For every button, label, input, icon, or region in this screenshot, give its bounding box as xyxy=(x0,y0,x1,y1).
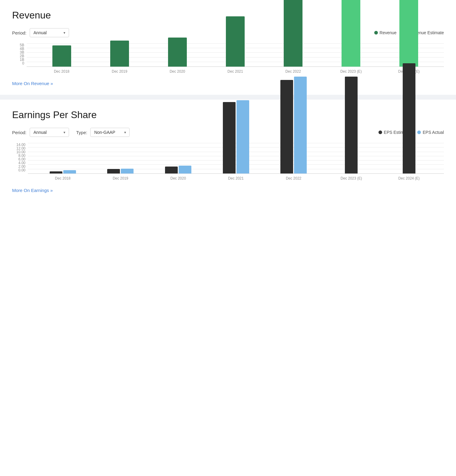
earnings-type-select[interactable]: Non-GAAP GAAP xyxy=(90,128,130,137)
earnings-bar-group xyxy=(92,169,150,174)
earnings-bar-group xyxy=(207,100,265,174)
earnings-actual-bar xyxy=(179,166,191,174)
earnings-estimate-bar xyxy=(280,80,293,174)
revenue-bar-group xyxy=(380,0,438,67)
revenue-x-label: Dec 2018 xyxy=(33,69,91,74)
revenue-bar xyxy=(110,41,129,67)
revenue-bar-group xyxy=(322,0,380,67)
revenue-x-label: Dec 2021 xyxy=(206,69,264,74)
earnings-estimate-bar xyxy=(107,169,120,174)
earnings-type-select-wrapper[interactable]: Non-GAAP GAAP ▼ xyxy=(90,128,130,137)
earnings-chart-body: Dec 2018Dec 2019Dec 2020Dec 2021Dec 2022… xyxy=(28,143,444,180)
revenue-chart-inner: 01B2B3B4B5B Dec 2018Dec 2019Dec 2020Dec … xyxy=(12,43,444,74)
earnings-x-labels: Dec 2018Dec 2019Dec 2020Dec 2021Dec 2022… xyxy=(28,174,444,180)
earnings-bar-group xyxy=(265,77,322,174)
earnings-actual-bar xyxy=(63,170,76,174)
earnings-x-label: Dec 2019 xyxy=(92,176,150,180)
revenue-bar xyxy=(168,38,187,67)
revenue-x-label: Dec 2020 xyxy=(148,69,206,74)
revenue-bar-group xyxy=(264,0,322,67)
earnings-section: Earnings Per Share Period: Annual Quarte… xyxy=(0,100,456,202)
earnings-chart: 14.0012.0010.008.006.004.002.000.00 Dec … xyxy=(12,143,444,180)
earnings-estimate-bar xyxy=(223,102,236,174)
earnings-actual-bar xyxy=(236,100,249,174)
earnings-period-select[interactable]: Annual Quarterly xyxy=(30,128,69,137)
revenue-bar xyxy=(226,16,245,67)
earnings-actual-bar xyxy=(294,77,307,174)
earnings-x-label: Dec 2022 xyxy=(265,176,322,180)
revenue-bar xyxy=(284,0,302,67)
revenue-more-link[interactable]: More On Revenue » xyxy=(12,81,53,86)
revenue-bar-group xyxy=(206,16,264,67)
earnings-y-axis: 14.0012.0010.008.006.004.002.000.00 xyxy=(12,143,28,180)
revenue-chart: 01B2B3B4B5B Dec 2018Dec 2019Dec 2020Dec … xyxy=(12,43,444,74)
earnings-x-label: Dec 2018 xyxy=(34,176,92,180)
earnings-more-link[interactable]: More On Earnings » xyxy=(12,188,53,193)
revenue-x-label: Dec 2022 xyxy=(264,69,322,74)
revenue-period-select[interactable]: Annual Quarterly xyxy=(30,28,69,37)
earnings-x-label: Dec 2021 xyxy=(207,176,265,180)
revenue-x-label: Dec 2019 xyxy=(91,69,148,74)
revenue-bar xyxy=(399,0,418,67)
revenue-x-label: Dec 2023 (E) xyxy=(322,69,380,74)
earnings-x-label: Dec 2023 (E) xyxy=(322,176,380,180)
earnings-estimate-bar xyxy=(345,77,358,174)
revenue-bar-group xyxy=(148,38,206,67)
earnings-estimate-bar xyxy=(165,167,178,174)
earnings-chart-inner: 14.0012.0010.008.006.004.002.000.00 Dec … xyxy=(12,143,444,180)
earnings-x-label: Dec 2020 xyxy=(149,176,207,180)
earnings-period-label: Period: xyxy=(12,130,27,135)
earnings-y-label: 0.00 xyxy=(18,168,25,172)
earnings-actual-bar xyxy=(121,169,134,174)
revenue-period-label: Period: xyxy=(12,30,27,35)
earnings-estimate-bar xyxy=(50,171,62,174)
earnings-bar-group xyxy=(380,63,438,174)
earnings-type-label: Type: xyxy=(76,130,88,135)
revenue-y-label: 0 xyxy=(22,61,24,65)
earnings-x-label: Dec 2024 (E) xyxy=(380,176,438,180)
earnings-bar-group xyxy=(322,77,380,174)
earnings-bar-group xyxy=(34,170,92,174)
revenue-period-select-wrapper[interactable]: Annual Quarterly ▼ xyxy=(30,28,69,37)
revenue-bar xyxy=(342,0,360,67)
revenue-bar xyxy=(52,45,71,67)
earnings-bar-group xyxy=(149,166,207,174)
earnings-bars-row xyxy=(28,143,444,174)
earnings-estimate-bar xyxy=(403,63,415,174)
revenue-bar-group xyxy=(91,41,148,67)
revenue-y-axis: 01B2B3B4B5B xyxy=(12,43,27,74)
earnings-bars-area xyxy=(28,143,444,174)
earnings-period-select-wrapper[interactable]: Annual Quarterly ▼ xyxy=(30,128,69,137)
revenue-bar-group xyxy=(33,45,91,67)
